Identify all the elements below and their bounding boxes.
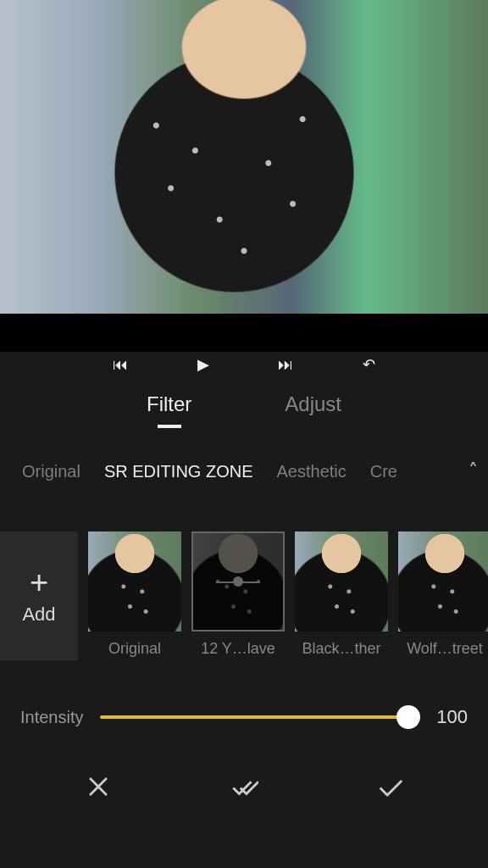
- preview-letterbox: [0, 314, 488, 352]
- intensity-value: 100: [425, 706, 468, 728]
- category-aesthetic[interactable]: Aesthetic: [277, 462, 347, 481]
- filter-label: Wolf…treet: [407, 640, 483, 658]
- filter-label: 12 Y…lave: [201, 640, 275, 658]
- category-create-partial[interactable]: Cre: [370, 462, 397, 481]
- apply-all-button[interactable]: [230, 772, 258, 804]
- next-icon[interactable]: ⏭: [278, 356, 293, 374]
- editor-panel: ⏮ ▶ ⏭ ↶ Filter Adjust s Original SR EDIT…: [0, 352, 488, 868]
- mode-tabs: Filter Adjust: [0, 377, 488, 431]
- tab-filter[interactable]: Filter: [147, 392, 191, 416]
- tab-adjust[interactable]: Adjust: [285, 392, 341, 416]
- transport-bar: ⏮ ▶ ⏭ ↶: [0, 352, 488, 377]
- category-original[interactable]: Original: [22, 462, 80, 481]
- undo-icon[interactable]: ↶: [363, 355, 375, 374]
- intensity-row: Intensity 100: [0, 706, 488, 728]
- intensity-knob[interactable]: [396, 705, 420, 729]
- filter-thumb-original[interactable]: Original: [88, 531, 181, 658]
- filter-category-bar[interactable]: s Original SR EDITING ZONE Aesthetic Cre…: [0, 431, 488, 482]
- filter-thumb-black[interactable]: Black…ther: [295, 531, 388, 658]
- add-filter-button[interactable]: + Add: [0, 531, 78, 660]
- action-bar: [0, 772, 488, 804]
- confirm-button[interactable]: [375, 772, 404, 804]
- filter-thumb-wolf[interactable]: Wolf…treet: [398, 531, 488, 658]
- collapse-categories-icon[interactable]: ˄: [469, 460, 478, 482]
- intensity-label: Intensity: [20, 708, 83, 727]
- filter-label: Black…ther: [302, 640, 380, 658]
- plus-icon: +: [30, 566, 48, 598]
- cancel-button[interactable]: [84, 772, 113, 804]
- category-sr-editing-zone[interactable]: SR EDITING ZONE: [104, 462, 253, 481]
- filter-thumb-12y[interactable]: 12 Y…lave: [191, 531, 285, 658]
- filter-label: Original: [108, 640, 161, 658]
- filter-thumbnails: + Add Original 12 Y…lave Black…ther Wolf…: [0, 531, 488, 660]
- selected-indicator-icon: [233, 576, 243, 587]
- prev-icon[interactable]: ⏮: [113, 356, 128, 374]
- intensity-slider[interactable]: [100, 715, 408, 719]
- play-icon[interactable]: ▶: [197, 355, 209, 374]
- video-preview[interactable]: [0, 0, 488, 314]
- add-label: Add: [22, 604, 55, 626]
